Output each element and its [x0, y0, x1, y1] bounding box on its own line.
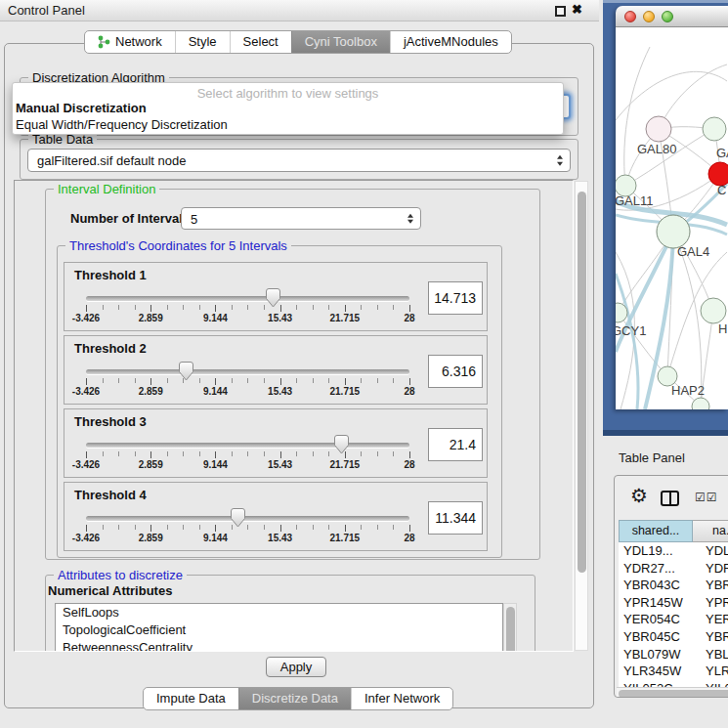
numerical-attributes-label: Numerical Attributes	[48, 583, 172, 598]
float-window-icon[interactable]	[555, 6, 566, 17]
slider-track[interactable]	[86, 516, 409, 521]
slider-thumb[interactable]	[179, 362, 193, 381]
cell-name: YDL19...	[706, 542, 728, 560]
tab-label: Infer Network	[364, 688, 440, 709]
table-row[interactable]: YBL079WYBL079W	[619, 646, 728, 664]
top-tabstrip: NetworkStyleSelectCyni ToolboxjActiveMNo…	[84, 30, 512, 54]
threshold-value-field-1[interactable]: 14.713	[428, 281, 483, 315]
network-graph[interactable]: GAL80GACGAL11GAL4GCY1HHAP2	[616, 27, 728, 409]
attribute-item-betweennesscentrality[interactable]: BetweennessCentrality	[56, 639, 502, 652]
combo-stepper-icon	[557, 155, 563, 166]
node-right-top[interactable]	[703, 117, 726, 141]
cell-shared-name: YER054C	[623, 611, 680, 628]
slider-thumb[interactable]	[231, 508, 245, 528]
table-row[interactable]: YER054CYER054C	[619, 611, 728, 628]
attribute-item-topologicalcoefficient[interactable]: TopologicalCoefficient	[56, 621, 502, 639]
group-title-threshold-coordinates: Threshold's Coordinates for 5 Intervals	[65, 238, 291, 253]
attributes-list-scrollbar[interactable]	[503, 603, 517, 652]
table-header-name[interactable]: na...	[693, 520, 728, 542]
popup-item-manual-discretization[interactable]: Manual Discretization	[16, 101, 147, 115]
slider-tick-label: 15.43	[268, 386, 292, 397]
slider-ticks	[86, 525, 410, 530]
network-canvas[interactable]: GAL80GACGAL11GAL4GCY1HHAP2	[616, 27, 728, 409]
cell-name: YBL079W	[706, 646, 728, 664]
number-of-intervals-value: 5	[191, 211, 197, 226]
tab-label: Network	[115, 31, 162, 53]
table-row[interactable]: YDR27...YDR27...	[619, 560, 728, 578]
network-edge	[624, 47, 650, 186]
table-hscrollbar-thumb[interactable]	[619, 690, 728, 698]
settings-gear-icon[interactable]: ⚙	[630, 484, 648, 507]
slider-tick-label: 28	[404, 313, 414, 323]
slider-tick-label: -3.426	[72, 459, 100, 470]
slider-thumb[interactable]	[266, 288, 280, 308]
tab-infer-network[interactable]: Infer Network	[351, 688, 452, 709]
tab-cyni-toolbox[interactable]: Cyni Toolbox	[291, 31, 390, 53]
slider-track[interactable]	[86, 369, 409, 374]
network-node-label: C	[717, 183, 726, 197]
tab-style[interactable]: Style	[175, 31, 230, 53]
slider-major-tick	[345, 378, 346, 385]
tab-label: Impute Data	[156, 688, 226, 709]
table-horizontal-scrollbar[interactable]	[617, 687, 728, 698]
tab-network[interactable]: Network	[85, 31, 175, 53]
number-of-intervals-combobox[interactable]: 5	[181, 207, 421, 230]
node-bottom-partial[interactable]	[692, 398, 709, 409]
main-scrollbar-thumb[interactable]	[578, 192, 586, 573]
table-row[interactable]: YLR345WYLR345W	[619, 663, 728, 680]
slider-tick-label: 21.715	[330, 459, 361, 470]
tab-label: Cyni Toolbox	[305, 31, 377, 53]
tab-discretize-data[interactable]: Discretize Data	[238, 688, 351, 709]
threshold-label-2: Threshold 2	[74, 341, 147, 356]
numerical-attributes-list[interactable]: SelfLoopsTopologicalCoefficientBetweenne…	[55, 603, 503, 652]
node-gal4[interactable]	[657, 215, 690, 248]
slider-major-tick	[409, 451, 410, 458]
slider-track[interactable]	[86, 443, 409, 448]
slider-tick-label: 2.859	[139, 533, 163, 543]
cell-name: YBR043C	[706, 577, 728, 594]
select-columns-checkboxes-icon[interactable]: ☑☑	[695, 491, 718, 504]
popup-item-equal-width-frequency-discretization[interactable]: Equal Width/Frequency Discretization	[16, 117, 228, 132]
node-gal80[interactable]	[646, 116, 671, 142]
apply-button[interactable]: Apply	[266, 657, 326, 677]
split-columns-icon[interactable]	[661, 491, 679, 506]
threshold-value-field-4[interactable]: 11.344	[428, 501, 483, 535]
slider-tick-label: 2.859	[139, 386, 163, 397]
threshold-value-field-3[interactable]: 21.4	[428, 428, 483, 461]
table-row[interactable]: YBR045CYBR045C	[619, 628, 728, 646]
table-row[interactable]: YPR145WYPR145W	[619, 594, 728, 612]
cell-name: YPR145W	[706, 594, 728, 612]
cell-name: YBR045C	[706, 628, 728, 646]
table-row[interactable]: YIL052CYIL052C	[619, 680, 728, 687]
attribute-item-selfloops[interactable]: SelfLoops	[56, 604, 502, 621]
zoom-traffic-light-icon[interactable]	[662, 11, 673, 22]
tab-select[interactable]: Select	[230, 31, 291, 53]
tab-label: Style	[189, 31, 217, 53]
slider-major-tick	[86, 305, 87, 312]
tab-impute-data[interactable]: Impute Data	[144, 688, 238, 709]
table-row[interactable]: YBR043CYBR043C	[619, 577, 728, 594]
table-data-combobox[interactable]: galFiltered.sif default node	[27, 149, 571, 172]
tab-jactivemnodules[interactable]: jActiveMNodules	[390, 31, 511, 53]
close-traffic-light-icon[interactable]	[624, 11, 636, 22]
network-node-label: GCY1	[616, 323, 646, 338]
main-vertical-scrollbar[interactable]	[575, 181, 588, 651]
network-node-label: GAL11	[616, 193, 654, 208]
slider-thumb[interactable]	[334, 435, 349, 454]
tab-label: jActiveMNodules	[404, 31, 498, 53]
attributes-list-scrollbar-thumb[interactable]	[506, 607, 515, 652]
close-panel-icon[interactable]: ✖	[572, 2, 582, 17]
control-panel-title: Control Panel	[8, 3, 85, 18]
cell-shared-name: YDL19...	[623, 542, 673, 560]
table-header-shared[interactable]: shared...	[619, 520, 693, 542]
slider-track[interactable]	[86, 296, 409, 301]
slider-tick-label: 9.144	[203, 313, 228, 323]
minimize-traffic-light-icon[interactable]	[643, 11, 655, 22]
threshold-value-field-2[interactable]: 6.316	[428, 355, 483, 388]
network-node-label: H	[718, 321, 727, 336]
table-row[interactable]: YDL19...YDL19...	[619, 542, 728, 560]
threshold-panel-2: Threshold 2-3.4262.8599.14415.4321.71528…	[64, 335, 488, 405]
slider-major-tick	[409, 525, 410, 532]
node-right-mid[interactable]	[701, 298, 726, 323]
slider-tick-label: 21.715	[330, 313, 361, 323]
